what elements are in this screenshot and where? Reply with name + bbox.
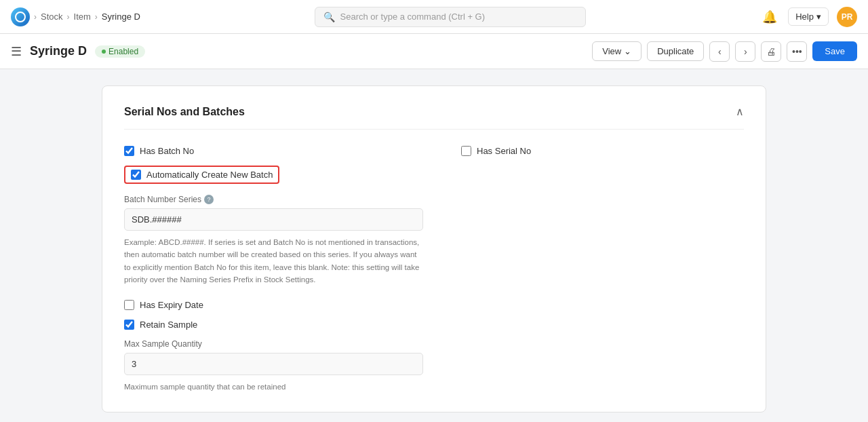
avatar[interactable]: PR [837,7,857,27]
breadcrumb-sep-1: › [34,12,37,22]
has-batch-no-checkbox[interactable] [124,146,134,156]
help-button[interactable]: Help ▾ [788,7,829,26]
view-label: View [602,46,621,56]
logo-inner [15,12,26,22]
search-placeholder: Search or type a command (Ctrl + G) [340,12,486,22]
collapse-button[interactable]: ∧ [736,105,744,118]
breadcrumb-stock[interactable]: Stock [41,12,63,22]
sub-header-left: ☰ Syringe D Enabled [11,44,145,59]
retain-sample-label[interactable]: Retain Sample [140,320,197,330]
max-sample-qty-input[interactable] [124,353,423,375]
retain-sample-row: Retain Sample [124,320,423,330]
breadcrumb-item[interactable]: Item [74,12,91,22]
help-label: Help [795,12,814,22]
form-columns: Has Batch No Automatically Create New Ba… [124,146,744,393]
navbar-left: › Stock › Item › Syringe D [11,7,140,26]
auto-create-label[interactable]: Automatically Create New Batch [146,170,273,180]
status-label: Enabled [108,47,138,56]
has-batch-no-label[interactable]: Has Batch No [140,146,194,156]
search-icon: 🔍 [323,12,335,22]
duplicate-button[interactable]: Duplicate [647,41,704,61]
view-button[interactable]: View ⌄ [592,41,642,61]
breadcrumb-sep-2: › [67,12,70,22]
batch-number-series-input[interactable] [124,208,423,231]
batch-number-series-label: Batch Number Series ? [124,195,423,204]
has-expiry-date-row: Has Expiry Date [124,300,423,310]
max-sample-qty-field: Max Sample Quantity Maximum sample quant… [124,339,423,393]
retain-sample-checkbox[interactable] [124,320,134,330]
save-button[interactable]: Save [812,41,857,61]
prev-button[interactable]: ‹ [709,41,730,62]
has-serial-no-label[interactable]: Has Serial No [477,146,531,156]
has-serial-no-checkbox[interactable] [461,146,471,156]
help-chevron-icon: ▾ [816,12,821,22]
sub-header: ☰ Syringe D Enabled View ⌄ Duplicate ‹ ›… [0,34,868,69]
form-card: Serial Nos and Batches ∧ Has Batch No Au… [102,85,766,413]
has-serial-no-row: Has Serial No [461,146,744,156]
navbar-right: 🔔 Help ▾ PR [760,7,857,27]
has-expiry-date-checkbox[interactable] [124,300,134,310]
has-expiry-date-label[interactable]: Has Expiry Date [140,300,203,310]
status-dot [102,50,106,54]
right-column: Has Serial No [445,146,744,393]
max-sample-help-text: Maximum sample quantity that can be reta… [124,381,423,393]
main-content: Serial Nos and Batches ∧ Has Batch No Au… [0,69,868,422]
info-icon[interactable]: ? [204,195,214,204]
breadcrumb-current: Syringe D [102,12,140,22]
auto-create-checkbox[interactable] [131,170,141,180]
breadcrumb-sep-3: › [95,12,98,22]
search-container: 🔍 Search or type a command (Ctrl + G) [315,7,586,27]
auto-create-highlight: Automatically Create New Batch [124,166,279,184]
batch-help-text: Example: ABCD.#####. If series is set an… [124,236,423,286]
sidebar-toggle-button[interactable]: ☰ [11,44,22,59]
notification-button[interactable]: 🔔 [760,7,780,27]
search-bar[interactable]: 🔍 Search or type a command (Ctrl + G) [315,7,586,27]
section-title: Serial Nos and Batches [124,106,245,118]
batch-number-series-field: Batch Number Series ? Example: ABCD.####… [124,195,423,286]
left-column: Has Batch No Automatically Create New Ba… [124,146,423,393]
more-options-button[interactable]: ••• [787,41,807,62]
app-logo[interactable] [11,7,30,26]
navbar: › Stock › Item › Syringe D 🔍 Search or t… [0,0,868,34]
page-title: Syringe D [30,44,87,58]
sub-header-right: View ⌄ Duplicate ‹ › 🖨 ••• Save [592,41,857,62]
print-button[interactable]: 🖨 [761,41,781,62]
auto-create-batch-row: Automatically Create New Batch [124,166,423,184]
next-button[interactable]: › [735,41,755,62]
max-sample-qty-label: Max Sample Quantity [124,339,423,349]
has-batch-no-row: Has Batch No [124,146,423,156]
view-chevron-icon: ⌄ [624,46,631,56]
status-badge: Enabled [95,45,145,58]
section-header: Serial Nos and Batches ∧ [124,105,744,130]
